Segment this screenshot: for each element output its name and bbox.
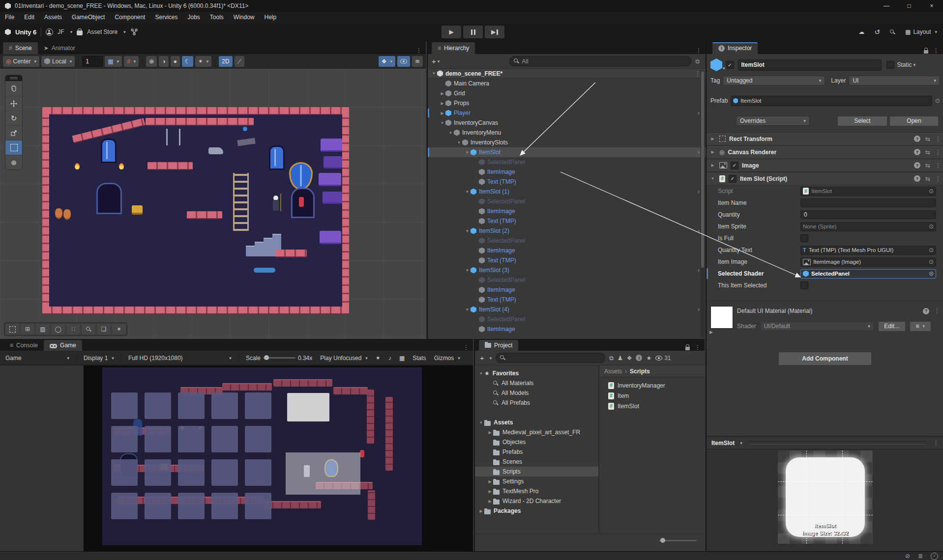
scene-visibility-button[interactable] [397,56,410,67]
tab-console[interactable]: ≡ Console [4,340,44,351]
object-field[interactable]: ItemImage (Image)⊙ [800,257,936,267]
shader-edit-button[interactable]: Edit... [878,321,906,332]
move-tool-button[interactable] [5,96,22,111]
static-dropdown-icon[interactable]: ▾ [914,62,916,67]
component-header[interactable]: ▶◎Canvas Renderer?⇆⋮ [707,145,943,159]
presets-icon[interactable]: ⇆ [925,149,930,156]
pivot-dropdown[interactable]: ◎Center▾ [3,56,39,67]
favorites-star-icon[interactable]: ★ [646,355,651,362]
hierarchy-row[interactable]: ▼InventoryCanvas [428,118,706,128]
hierarchy-row[interactable]: ItemImage [428,167,706,177]
rotate-tool-button[interactable]: ↻ [5,111,22,125]
project-tree-row[interactable]: Scripts [475,467,598,476]
object-picker-icon[interactable]: ⊙ [929,258,934,265]
project-tree-row[interactable]: All Models [475,388,598,398]
presets-icon[interactable]: ⇆ [925,136,930,142]
project-tree-row[interactable]: ▶Wizard - 2D Character [475,496,598,506]
help-icon[interactable]: ? [914,149,920,155]
hierarchy-row[interactable]: Text (TMP) [428,255,706,265]
collab-disabled-icon[interactable]: ⊘ [905,553,910,560]
project-file-row[interactable]: #InventoryManager [599,380,705,391]
menu-help[interactable]: Help [260,12,282,23]
project-tree-row[interactable]: Prefabs [475,447,598,457]
object-picker-icon[interactable]: ⊙ [929,270,934,277]
field-input[interactable]: 0 [800,210,936,219]
tab-project[interactable]: Project [479,340,518,351]
layout-dropdown[interactable]: ▦ Layout ▾ [905,28,937,35]
material-swatch[interactable] [710,306,733,329]
cloud-icon[interactable]: ☁ [858,28,864,35]
component-header[interactable]: ▶Rect Transform?⇆⋮ [707,132,943,145]
foldout-arrow[interactable]: ▼ [464,308,471,312]
foldout-arrow[interactable]: ▼ [464,229,471,233]
shader-list-button[interactable]: ≡▾ [910,321,931,332]
prefab-open-chevron[interactable]: › [698,188,700,195]
select-button[interactable]: Select [837,116,887,126]
dots-overlay-button[interactable]: ∷ [66,324,80,335]
project-search-input[interactable] [496,353,605,363]
play-button[interactable]: ▶ [442,26,461,38]
project-menu-icon[interactable]: ⋮ [695,344,701,351]
hierarchy-row[interactable]: ▼ItemSlot (4)› [428,305,706,314]
tab-animator[interactable]: ➤ Animator [38,42,81,54]
hierarchy-row[interactable]: ▶Props [428,98,706,108]
menu-window[interactable]: Window [229,12,260,23]
foldout-arrow[interactable]: ▶ [709,163,716,168]
project-tree-row[interactable]: ▼★Favorites [475,368,598,378]
hierarchy-row[interactable]: ItemImage [428,285,706,295]
hand-tool-button[interactable] [5,81,22,96]
project-tree-row[interactable]: All Materials [475,378,598,388]
palette-drag-handle[interactable] [5,75,22,81]
skybox-toggle-button[interactable]: ☾ [182,56,193,67]
prefab-picker-icon[interactable]: ⊙ [935,97,940,104]
close-button[interactable]: × [920,0,943,12]
foldout-arrow[interactable]: ▼ [456,140,462,145]
prefab-open-chevron[interactable]: › [698,267,700,274]
layers-button[interactable]: ≋ [412,56,423,67]
component-header[interactable]: ▶✓Image?⇆⋮ [707,159,943,172]
prefab-open-chevron[interactable]: › [698,306,700,313]
open-button[interactable]: Open [889,116,939,126]
lighting-toggle-button[interactable]: ● [171,56,180,67]
foldout-arrow[interactable]: ▶ [439,91,445,96]
project-tree-row[interactable]: Objectes [475,437,598,447]
material-foldout-arrow[interactable]: ▶ [709,330,713,335]
hierarchy-row[interactable]: ▶Grid [428,88,706,98]
tab-hierarchy[interactable]: ≡ Hierarchy [432,42,475,54]
lock-icon[interactable] [685,347,690,350]
object-picker-icon[interactable]: ⊙ [929,247,934,253]
play-focus-dropdown[interactable]: Play Unfocused▾ [318,355,370,362]
project-tree-row[interactable]: Scenes [475,457,598,467]
mode-2d-button[interactable]: 2D [219,56,232,67]
component-menu-icon[interactable]: ⋮ [935,136,941,142]
foldout-arrow[interactable]: ▶ [478,509,484,513]
display-dropdown[interactable]: Display 1▾ [81,355,117,362]
game-menu-icon[interactable]: ⋮ [463,344,469,351]
presets-icon[interactable]: ⇆ [925,162,930,169]
hierarchy-row[interactable]: ItemImage [428,324,706,334]
foldout-arrow[interactable]: ▶ [709,137,716,141]
tab-scene[interactable]: # Scene [3,42,38,54]
hierarchy-row[interactable]: ItemImage [428,246,706,255]
asset-hierarchy-icon[interactable]: ♟ [618,355,623,362]
minimize-button[interactable]: — [875,0,898,12]
prefab-open-chevron[interactable]: › [698,149,700,156]
account-menu[interactable]: JF [58,28,64,35]
game-target-dropdown[interactable]: Game▾ [3,355,72,362]
project-tree-row[interactable]: All Prefabs [475,398,598,408]
field-checkbox[interactable] [800,234,808,242]
hierarchy-search-input[interactable]: All [509,56,691,66]
foldout-arrow[interactable]: ▼ [478,420,484,425]
help-icon[interactable]: ? [914,162,920,168]
rect-overlay-button[interactable] [5,324,19,335]
hierarchy-row[interactable]: ▼ItemSlot (3)› [428,265,706,275]
hierarchy-row[interactable]: SelectedPanel [428,314,706,324]
history-icon[interactable]: ↺ [874,28,880,36]
object-field[interactable]: SelectedPanel⊙ [800,269,936,279]
foldout-arrow[interactable]: ▶ [487,489,493,494]
hierarchy-row[interactable]: SelectedPanel [428,275,706,285]
gizmo-slash-button[interactable]: ⟋ [235,56,244,67]
hierarchy-row[interactable]: SelectedPanel [428,157,706,167]
foldout-arrow[interactable]: ▼ [464,150,471,155]
scene-options-icon[interactable]: ⋮ [695,70,701,77]
